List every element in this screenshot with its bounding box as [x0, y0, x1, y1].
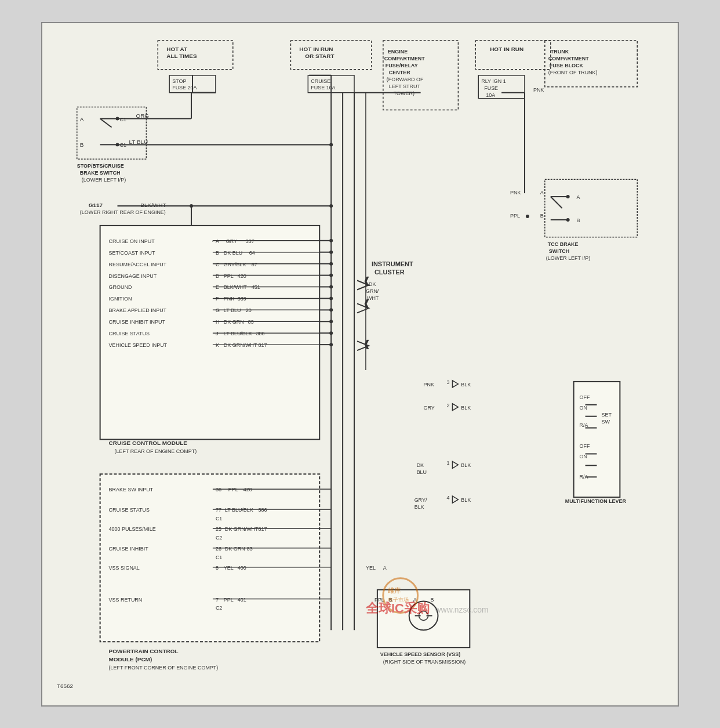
svg-point-225 — [329, 285, 333, 288]
pcm-label: POWERTRAIN CONTROL — [109, 648, 179, 654]
svg-text:36: 36 — [216, 487, 221, 492]
svg-text:386: 386 — [256, 331, 265, 336]
svg-point-123 — [566, 195, 570, 198]
svg-text:337: 337 — [246, 238, 254, 244]
svg-text:83: 83 — [247, 545, 253, 551]
svg-text:BRAKE SWITCH: BRAKE SWITCH — [80, 170, 121, 176]
page-number: T6562 — [57, 682, 74, 689]
svg-text:PPL: PPL — [228, 487, 238, 492]
svg-text:H: H — [216, 319, 219, 325]
svg-text:(RIGHT SIDE OF TRANSMISSION): (RIGHT SIDE OF TRANSMISSION) — [383, 659, 466, 665]
cruise-status-label: CRUISE STATUS — [109, 331, 150, 336]
svg-text:420: 420 — [238, 273, 246, 278]
svg-text:26: 26 — [216, 545, 221, 551]
svg-text:FUSE/RELAY: FUSE/RELAY — [386, 62, 418, 68]
svg-text:20: 20 — [246, 307, 252, 313]
svg-point-222 — [329, 250, 333, 253]
rly-ign-fuse-label: RLY IGN 1 — [481, 78, 506, 84]
svg-text:PNK: PNK — [533, 86, 544, 92]
svg-text:(FRONT OF TRUNK): (FRONT OF TRUNK) — [548, 69, 598, 75]
svg-text:BLK: BLK — [461, 404, 471, 410]
svg-text:77: 77 — [216, 507, 221, 513]
svg-text:K: K — [216, 342, 219, 348]
svg-text:GRY: GRY — [424, 404, 435, 410]
svg-text:DK BLU: DK BLU — [224, 249, 242, 255]
svg-text:(LOWER LEFT I/P): (LOWER LEFT I/P) — [546, 255, 590, 260]
svg-point-224 — [329, 273, 333, 277]
svg-text:GRN/: GRN/ — [366, 288, 379, 294]
svg-text:YEL: YEL — [224, 564, 234, 570]
svg-text:D: D — [216, 273, 220, 278]
svg-text:BLK: BLK — [461, 381, 471, 387]
svg-text:339: 339 — [238, 296, 246, 302]
svg-text:A: A — [383, 564, 387, 570]
hot-at-all-times-label: HOT AT — [166, 45, 187, 52]
svg-text:87: 87 — [252, 261, 257, 267]
svg-text:DK GRN: DK GRN — [225, 545, 245, 551]
svg-text:2: 2 — [446, 402, 449, 408]
svg-text:DK GRN/WHT: DK GRN/WHT — [224, 342, 257, 348]
svg-point-227 — [329, 308, 333, 312]
svg-text:PPL: PPL — [224, 596, 234, 602]
svg-text:817: 817 — [259, 342, 267, 348]
svg-point-229 — [329, 331, 333, 335]
svg-text:C2: C2 — [216, 605, 222, 611]
svg-text:(FORWARD OF: (FORWARD OF — [387, 76, 424, 82]
resume-accel-input-label: RESUME/ACCEL INPUT — [109, 261, 167, 267]
svg-text:A: A — [577, 194, 580, 200]
wiring-diagram: HOT AT ALL TIMES STOP FUSE 20A HOT IN RU… — [42, 23, 678, 705]
svg-text:817: 817 — [259, 526, 267, 531]
svg-text:BLK: BLK — [461, 497, 471, 503]
page-container: HOT AT ALL TIMES STOP FUSE 20A HOT IN RU… — [0, 0, 720, 728]
multifunction-lever-label: MULTIFUNCTION LEVER — [565, 498, 627, 504]
svg-text:OR START: OR START — [305, 52, 334, 59]
svg-point-207 — [329, 204, 333, 208]
svg-text:(LEFT REAR OF ENGINE COMPT): (LEFT REAR OF ENGINE COMPT) — [115, 448, 197, 454]
set-coast-input-label: SET/COAST INPUT — [109, 249, 155, 255]
disengage-input-label: DISENGAGE INPUT — [109, 273, 157, 278]
svg-text:420: 420 — [243, 487, 252, 492]
svg-text:www.nzsc.com: www.nzsc.com — [435, 605, 489, 614]
svg-text:(LOWER LEFT I/P): (LOWER LEFT I/P) — [82, 177, 126, 183]
svg-text:DK GRN: DK GRN — [224, 319, 244, 325]
svg-text:J: J — [216, 331, 218, 336]
svg-text:PNK: PNK — [224, 296, 234, 302]
svg-text:10A: 10A — [486, 92, 495, 97]
engine-compartment-label: ENGINE — [388, 48, 408, 54]
off-label-1: OFF — [580, 394, 590, 400]
svg-text:ON: ON — [580, 454, 587, 459]
svg-text:C2: C2 — [216, 534, 222, 540]
cruise-fuse-label: CRUISE — [311, 78, 330, 84]
svg-text:COMPARTMENT: COMPARTMENT — [548, 55, 589, 61]
hot-in-run-label: HOT IN RUN — [490, 45, 523, 52]
svg-text:401: 401 — [238, 596, 246, 602]
cruise-module-label: CRUISE CONTROL MODULE — [109, 440, 188, 446]
svg-text:CLUSTER: CLUSTER — [374, 268, 405, 275]
vss-signal-label: VSS SIGNAL — [109, 564, 140, 570]
svg-text:1: 1 — [446, 460, 449, 466]
svg-text:LT BLU/BLK: LT BLU/BLK — [225, 507, 253, 513]
svg-text:GRY/: GRY/ — [414, 497, 427, 503]
hot-in-run-or-start-label: HOT IN RUN — [299, 45, 333, 52]
svg-text:C1: C1 — [216, 516, 222, 521]
svg-text:25: 25 — [216, 526, 221, 531]
svg-point-228 — [329, 320, 333, 323]
svg-text:YEL: YEL — [366, 564, 376, 570]
svg-text:ON: ON — [580, 404, 587, 410]
ignition-label: IGNITION — [109, 296, 132, 302]
svg-text:8: 8 — [216, 564, 219, 570]
svg-text:PPL: PPL — [224, 273, 234, 278]
g117-label: G117 — [89, 201, 103, 208]
svg-text:FUSE 10A: FUSE 10A — [311, 84, 335, 90]
svg-text:B: B — [216, 249, 219, 255]
vehicle-speed-input-label: VEHICLE SPEED INPUT — [109, 342, 168, 348]
svg-text:R/A: R/A — [580, 422, 588, 428]
svg-text:7: 7 — [216, 596, 219, 602]
svg-text:PNK: PNK — [510, 190, 521, 195]
svg-point-221 — [329, 238, 333, 242]
svg-point-230 — [329, 343, 333, 346]
svg-text:全球IC采购: 全球IC采购 — [365, 601, 430, 615]
svg-text:DK GRN/WHT: DK GRN/WHT — [225, 526, 259, 531]
brake-switch-label: STOP/BTS/CRUISE — [77, 163, 124, 169]
svg-text:FUSE 20A: FUSE 20A — [172, 84, 197, 90]
